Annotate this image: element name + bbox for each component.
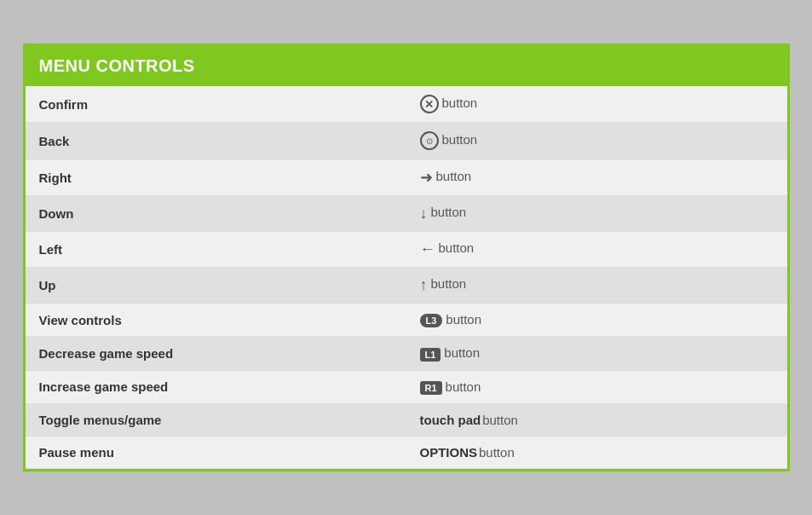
menu-controls-panel: MENU CONTROLS Confirm✕buttonBack⊙buttonR… [23,43,790,471]
arrow-left-icon: ← [420,240,435,258]
action-label: View controls [26,304,406,337]
button-cell: ➜button [406,159,787,196]
button-cell: ✕button [406,86,787,123]
button-label: button [439,241,475,256]
panel-title: MENU CONTROLS [39,56,195,75]
action-label: Decrease game speed [26,337,406,370]
touch-pad-label: touch pad [420,413,481,427]
action-label: Left [26,232,406,268]
cross-circle-icon: ✕ [420,95,439,113]
arrow-right-icon: ➜ [420,169,433,186]
l3-badge-icon: L3 [420,314,443,327]
arrow-down-icon: ↓ [420,205,428,222]
panel-header: MENU CONTROLS [26,46,787,86]
table-row: Up↑button [26,268,787,304]
button-label: button [482,413,518,427]
button-label: button [436,169,472,183]
button-label: button [431,277,467,292]
action-label: Up [26,268,406,304]
button-label: button [446,379,481,394]
button-cell: OPTIONSbutton [406,436,787,468]
action-label: Toggle menus/game [26,403,406,436]
table-row: Left←button [26,232,787,268]
button-label: button [444,345,480,360]
button-cell: ↓button [406,196,787,232]
table-row: Pause menuOPTIONSbutton [26,436,787,468]
button-cell: ⊙button [406,123,787,159]
action-label: Pause menu [26,436,406,468]
arrow-up-icon: ↑ [420,276,428,293]
action-label: Back [26,123,406,159]
button-cell: ↑button [406,268,787,304]
button-label: button [431,205,467,220]
options-label: OPTIONS [420,445,478,460]
table-row: Right➜button [26,159,787,196]
r1-badge-icon: R1 [420,381,442,395]
button-label: button [442,132,478,147]
table-row: Down↓button [26,196,787,232]
button-cell: R1button [406,370,787,403]
table-row: Back⊙button [26,123,787,159]
button-cell: touch padbutton [406,403,787,436]
table-row: Decrease game speedL1button [26,337,787,370]
button-cell: L3button [406,304,787,337]
button-cell: ←button [406,232,787,268]
l1-badge-icon: L1 [420,348,441,362]
circle-dot-icon: ⊙ [420,131,439,150]
button-label: button [446,312,481,327]
button-label: button [442,95,478,110]
table-row: View controlsL3button [26,304,787,337]
action-label: Right [26,159,406,196]
button-label: button [479,445,515,460]
action-label: Increase game speed [26,370,406,403]
controls-table: Confirm✕buttonBack⊙buttonRight➜buttonDow… [26,86,787,468]
table-row: Toggle menus/gametouch padbutton [26,403,787,436]
button-cell: L1button [406,337,787,370]
action-label: Down [26,196,406,232]
table-row: Increase game speedR1button [26,370,787,403]
action-label: Confirm [26,86,406,123]
table-row: Confirm✕button [26,86,787,123]
